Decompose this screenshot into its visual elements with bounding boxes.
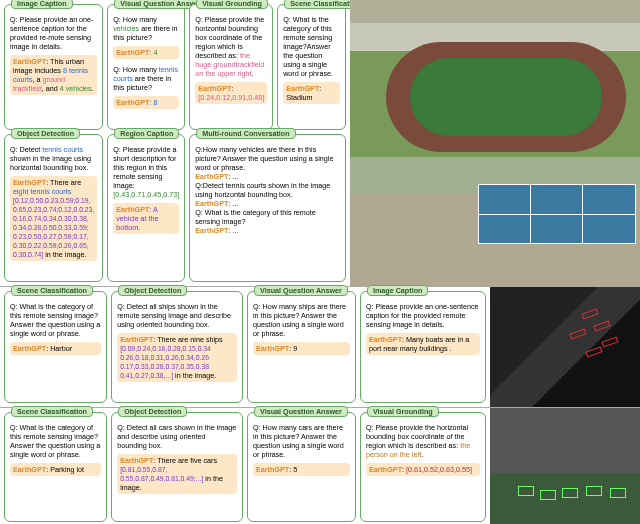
car-box-icon [518, 486, 534, 496]
row1-cards: Image Caption Q: Please provide an one-s… [0, 0, 350, 286]
card-image-caption: Image Caption Q: Please provide an one-s… [360, 291, 486, 403]
card-visual-grounding: Visual Grounding Q: Please provide the h… [360, 412, 486, 522]
card-object-detection: Object Detection Q: Detect tennis courts… [4, 134, 103, 282]
question: Q: Please provide an one-sentence captio… [10, 15, 97, 51]
row2-cards: Scene Classification Q: What is the cate… [0, 287, 490, 407]
answer: EarthGPT: There are eight tennis courts … [10, 176, 97, 261]
answer: EarthGPT: 9 [253, 342, 350, 355]
card-title: Visual Grounding [196, 0, 268, 9]
turn: Q:How many vehicles are there in this pi… [195, 145, 340, 172]
card-title: Object Detection [118, 285, 187, 296]
card-title: Image Caption [11, 0, 73, 9]
question: Q: What is the category of this remote s… [10, 423, 101, 459]
car-box-icon [562, 488, 578, 498]
question: Q: Please provide the horizontal boundin… [195, 15, 267, 78]
answer: EarthGPT: 8 [113, 96, 179, 109]
question: Q: How many ships are there in this pict… [253, 302, 350, 338]
boat-box-icon [585, 346, 602, 357]
boat-box-icon [601, 336, 618, 347]
answer: EarthGPT: Stadium [283, 82, 340, 104]
question: Q: Detect all ships shown in the remote … [117, 302, 237, 329]
row-sar: Scene Classification Q: What is the cate… [0, 287, 640, 408]
card-title: Image Caption [367, 285, 429, 296]
card-title: Multi-round Conversation [196, 128, 295, 139]
card-vqa: Visual Question Answer Q: How many ships… [247, 291, 356, 403]
answer: EarthGPT: [0.24,0.12,0.91,0.48] [195, 82, 267, 104]
card-title: Scene Classification [11, 285, 93, 296]
answer: EarthGPT: There are five cars [0.81,0.55… [117, 454, 237, 494]
question: Q: How many cars are there in this pictu… [253, 423, 350, 459]
question: Q: What is the category of this remote s… [10, 302, 101, 338]
field-shape [410, 58, 602, 136]
car-box-icon [586, 486, 602, 496]
boat-box-icon [593, 320, 610, 331]
question: Q: Detect tennis courts shown in the ima… [10, 145, 97, 172]
card-title: Object Detection [118, 406, 187, 417]
answer: EarthGPT: A vehicle at the bottom. [113, 203, 179, 234]
answer: EarthGPT: Many boats are in a port near … [366, 333, 480, 355]
card-scene: Scene Classification Q: What is the cate… [4, 412, 107, 522]
question: Q: Detect all cars shown in the image an… [117, 423, 237, 450]
card-vqa: Visual Question Answer Q: How many vehic… [107, 4, 185, 130]
card-scene: Scene Classification Q: What is the cate… [4, 291, 107, 403]
turn: Q: What is the category of this remote s… [195, 208, 340, 226]
boat-box-icon [581, 308, 598, 319]
answer: EarthGPT: There are nine ships [0.09,0.2… [117, 333, 237, 382]
card-region-caption: Region Caption Q: Please provide a short… [107, 134, 185, 282]
turn: EarthGPT: ... [195, 199, 340, 208]
car-box-icon [540, 490, 556, 500]
card-title: Region Caption [114, 128, 179, 139]
question: Q: What is the category of this remote s… [283, 15, 340, 78]
infrared-image [490, 408, 640, 524]
answer: EarthGPT: [0.61,0.52,0.63,0.55] [366, 463, 480, 476]
card-multi-round: Multi-round Conversation Q:How many vehi… [189, 134, 346, 282]
question: Q: Please provide an one-sentence captio… [366, 302, 480, 329]
sar-image [490, 287, 640, 407]
car-box-icon [610, 488, 626, 498]
boat-box-icon [569, 328, 586, 339]
optical-satellite-image [350, 0, 640, 286]
card-object-detection: Object Detection Q: Detect all ships sho… [111, 291, 243, 403]
card-object-detection: Object Detection Q: Detect all cars show… [111, 412, 243, 522]
card-title: Visual Grounding [367, 406, 439, 417]
card-vqa: Visual Question Answer Q: How many cars … [247, 412, 356, 522]
answer: EarthGPT: Parking lot [10, 463, 101, 476]
card-scene: Scene Classification Q: What is the cate… [277, 4, 346, 130]
answer: EarthGPT: Harbor [10, 342, 101, 355]
row-infrared: Scene Classification Q: What is the cate… [0, 408, 640, 524]
answer: EarthGPT: 4 [113, 46, 179, 59]
question: Q: Please provide the horizontal boundin… [366, 423, 480, 459]
card-title: Visual Question Answer [254, 406, 348, 417]
turn: EarthGPT: ... [195, 226, 340, 235]
question: Q: How many vehicles are there in this p… [113, 15, 179, 42]
model-name: EarthGPT [13, 57, 46, 66]
turn: Q:Detect tennis courts shown in the imag… [195, 181, 340, 199]
card-title: Visual Question Answer [254, 285, 348, 296]
turn: EarthGPT: ... [195, 172, 340, 181]
card-visual-grounding: Visual Grounding Q: Please provide the h… [189, 4, 273, 130]
row-optical: Image Caption Q: Please provide an one-s… [0, 0, 640, 287]
figure: Image Caption Q: Please provide an one-s… [0, 0, 640, 524]
row3-cards: Scene Classification Q: What is the cate… [0, 408, 490, 524]
card-title: Scene Classification [11, 406, 93, 417]
answer: EarthGPT: This urban image includes 8 te… [10, 55, 97, 95]
card-title: Object Detection [11, 128, 80, 139]
answer: EarthGPT: 5 [253, 463, 350, 476]
card-image-caption: Image Caption Q: Please provide an one-s… [4, 4, 103, 130]
tennis-courts-shape [478, 184, 636, 244]
question: Q: How many tennis courts are there in t… [113, 65, 179, 92]
question: Q: Please provide a short description fo… [113, 145, 179, 199]
